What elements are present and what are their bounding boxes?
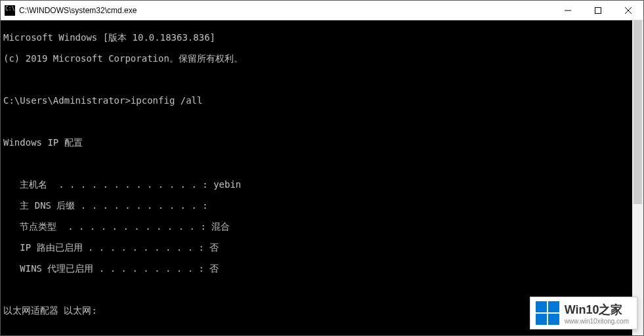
copyright-line: (c) 2019 Microsoft Corporation。保留所有权利。 [3, 53, 630, 64]
prompt: C:\Users\Administrator> [3, 95, 131, 106]
close-button[interactable] [613, 1, 643, 20]
version-line: Microsoft Windows [版本 10.0.18363.836] [3, 32, 630, 43]
scrollbar-thumb[interactable] [633, 20, 642, 204]
window-controls [553, 1, 643, 20]
watermark: Win10之家 www.win10xitong.com [530, 297, 637, 329]
cmd-window: C:\WINDOWS\system32\cmd.exe Microsoft Wi… [0, 0, 644, 336]
watermark-brand: Win10之家 [565, 302, 629, 318]
label: 主 DNS 后缀 . . . . . . . . . . . : [3, 200, 208, 211]
section-header: Windows IP 配置 [3, 137, 630, 148]
label: IP 路由已启用 . . . . . . . . . . : [3, 242, 209, 253]
blank [3, 74, 630, 85]
terminal-area: Microsoft Windows [版本 10.0.18363.836] (c… [1, 20, 643, 335]
ip-routing-row: IP 路由已启用 . . . . . . . . . . : 否 [3, 242, 630, 253]
watermark-url: www.win10xitong.com [565, 318, 629, 325]
node-type-row: 节点类型 . . . . . . . . . . . . : 混合 [3, 221, 630, 232]
minimize-button[interactable] [553, 1, 583, 20]
prompt-line: C:\Users\Administrator>ipconfig /all [3, 95, 630, 106]
blank [3, 116, 630, 127]
maximize-button[interactable] [583, 1, 613, 20]
svg-rect-1 [595, 7, 601, 13]
window-title: C:\WINDOWS\system32\cmd.exe [19, 6, 553, 15]
command: ipconfig /all [131, 95, 203, 106]
vertical-scrollbar[interactable] [632, 20, 643, 335]
hostname-row: 主机名 . . . . . . . . . . . . . : yebin [3, 179, 630, 190]
windows-logo-icon [536, 301, 559, 325]
watermark-text: Win10之家 www.win10xitong.com [565, 302, 629, 325]
app-icon [5, 5, 15, 16]
value: 否 [209, 263, 219, 274]
label: 节点类型 . . . . . . . . . . . . : [3, 221, 211, 232]
primary-dns-row: 主 DNS 后缀 . . . . . . . . . . . : [3, 200, 630, 211]
value: 混合 [211, 221, 230, 232]
blank [3, 158, 630, 169]
value: 否 [209, 242, 219, 253]
label: WINS 代理已启用 . . . . . . . . . : [3, 263, 209, 274]
titlebar[interactable]: C:\WINDOWS\system32\cmd.exe [1, 1, 643, 20]
value: yebin [213, 179, 241, 190]
blank [3, 284, 630, 295]
label: 主机名 . . . . . . . . . . . . . : [3, 179, 213, 190]
terminal-output[interactable]: Microsoft Windows [版本 10.0.18363.836] (c… [1, 20, 632, 335]
wins-proxy-row: WINS 代理已启用 . . . . . . . . . : 否 [3, 263, 630, 274]
